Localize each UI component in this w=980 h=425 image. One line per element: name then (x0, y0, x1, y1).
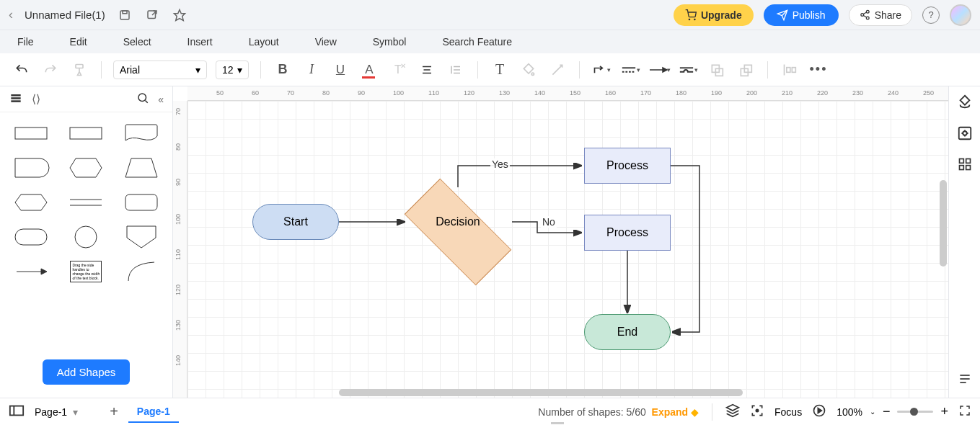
collapse-panel-icon[interactable]: « (158, 94, 164, 105)
font-select[interactable]: Arial▾ (113, 61, 207, 79)
layers-icon[interactable] (725, 403, 740, 420)
save-icon[interactable] (117, 7, 133, 23)
svg-point-50 (963, 131, 967, 135)
shape-stencil[interactable] (7, 258, 55, 285)
help-button[interactable]: ? (922, 6, 940, 24)
list-panel-icon[interactable] (958, 372, 972, 389)
menu-symbol[interactable]: Symbol (373, 36, 407, 48)
star-icon[interactable] (172, 7, 187, 23)
menu-insert[interactable]: Insert (187, 36, 213, 48)
shapes-library-icon[interactable] (9, 91, 23, 108)
page-select[interactable]: Page-1 ▾ (35, 406, 78, 418)
collapse-library-icon[interactable]: ⟨⟩ (32, 92, 40, 106)
canvas-scrollbar-h[interactable] (339, 389, 743, 396)
node-process1[interactable]: Process (584, 148, 671, 184)
expand-link[interactable]: Expand (652, 406, 689, 418)
fill-panel-icon[interactable] (957, 94, 973, 112)
canvas-scrollbar-v[interactable] (940, 180, 947, 267)
text-tool-button[interactable]: T (490, 60, 510, 80)
sidebar-toggle-icon[interactable] (9, 404, 25, 419)
shape-stencil[interactable] (118, 154, 165, 182)
shape-stencil[interactable] (118, 223, 165, 251)
zoom-slider[interactable] (897, 411, 933, 413)
share-label: Share (875, 9, 901, 21)
node-process2[interactable]: Process (584, 215, 671, 251)
menu-select[interactable]: Select (123, 36, 151, 48)
node-end-label: End (617, 326, 637, 339)
publish-button[interactable]: Publish (764, 4, 839, 26)
zoom-in-button[interactable]: + (940, 404, 948, 419)
shape-stencil[interactable] (118, 120, 165, 147)
zoom-out-button[interactable]: − (883, 404, 891, 419)
add-page-button[interactable]: + (110, 403, 118, 420)
line-spacing-button[interactable] (446, 60, 466, 80)
shape-stencil[interactable] (62, 189, 110, 216)
page-tab-active[interactable]: Page-1 (128, 401, 179, 423)
share-icon (860, 9, 870, 20)
menu-search-feature[interactable]: Search Feature (442, 36, 512, 48)
menu-layout[interactable]: Layout (249, 36, 279, 48)
undo-button[interactable] (12, 60, 32, 80)
shape-stencil[interactable] (118, 258, 165, 285)
shape-stencil[interactable] (7, 154, 55, 182)
focus-icon[interactable] (750, 403, 764, 420)
arrow-style-button[interactable]: ▾ (649, 60, 669, 80)
clear-format-button[interactable]: T✕ (388, 60, 408, 80)
node-start[interactable]: Start (252, 204, 339, 240)
zoom-value[interactable]: 100% (836, 406, 862, 418)
send-back-button[interactable] (707, 60, 727, 80)
back-button[interactable]: ‹ (9, 7, 13, 22)
settings-panel-icon[interactable] (957, 125, 973, 144)
menu-file[interactable]: File (17, 36, 34, 48)
svg-rect-31 (11, 94, 20, 97)
export-icon[interactable] (144, 7, 160, 23)
shape-stencil[interactable] (118, 189, 165, 216)
bring-front-button[interactable] (736, 60, 756, 80)
fill-color-button[interactable] (518, 60, 539, 80)
file-title[interactable]: Unnamed File(1) (25, 9, 105, 21)
share-button[interactable]: Share (849, 4, 912, 26)
shapes-panel: ⟨⟩ « Drag the side handles to change the… (0, 86, 173, 398)
fullscreen-icon[interactable] (958, 404, 971, 419)
more-button[interactable]: ••• (808, 60, 829, 80)
chevron-down-icon: ▾ (237, 64, 242, 76)
svg-point-7 (861, 14, 864, 17)
search-shapes-icon[interactable] (136, 91, 149, 107)
edge-process1-end[interactable] (671, 166, 699, 332)
grid-panel-icon[interactable] (958, 157, 972, 174)
presentation-icon[interactable] (812, 403, 826, 420)
format-painter-button[interactable] (69, 60, 89, 80)
line-color-button[interactable] (547, 60, 568, 80)
shape-stencil[interactable]: Drag the side handles to change the widt… (62, 258, 110, 285)
font-size-select[interactable]: 12▾ (216, 61, 249, 79)
menu-view[interactable]: View (315, 36, 337, 48)
edge-label-no[interactable]: No (541, 216, 557, 228)
chevron-down-icon: ▾ (195, 64, 200, 76)
dash-style-button[interactable]: ▾ (620, 60, 640, 80)
add-shapes-button[interactable]: Add Shapes (43, 359, 131, 385)
font-color-button[interactable]: A (359, 60, 379, 80)
italic-button[interactable]: I (301, 60, 322, 80)
shape-stencil[interactable] (7, 223, 55, 251)
menu-edit[interactable]: Edit (70, 36, 87, 48)
redo-button[interactable] (40, 60, 61, 80)
line-jump-button[interactable]: ▾ (678, 60, 698, 80)
edge-decision-process1[interactable] (458, 166, 581, 187)
bold-button[interactable]: B (273, 60, 293, 80)
focus-label[interactable]: Focus (774, 406, 802, 418)
edge-label-yes[interactable]: Yes (490, 158, 510, 170)
shape-stencil[interactable] (62, 154, 110, 182)
shape-stencil[interactable] (62, 223, 110, 251)
avatar[interactable] (950, 4, 971, 26)
canvas[interactable]: Yes No Start Decision Process Process En… (187, 101, 948, 398)
upgrade-button[interactable]: Upgrade (674, 4, 754, 26)
node-end[interactable]: End (584, 314, 671, 350)
distribute-button[interactable] (780, 60, 800, 80)
node-decision[interactable]: Decision (407, 186, 508, 258)
shape-stencil[interactable] (7, 189, 55, 216)
underline-button[interactable]: U (330, 60, 350, 80)
shape-stencil[interactable] (7, 120, 55, 147)
shape-stencil[interactable] (62, 120, 110, 147)
align-button[interactable] (417, 60, 437, 80)
connector-style-button[interactable]: ▾ (591, 60, 612, 80)
